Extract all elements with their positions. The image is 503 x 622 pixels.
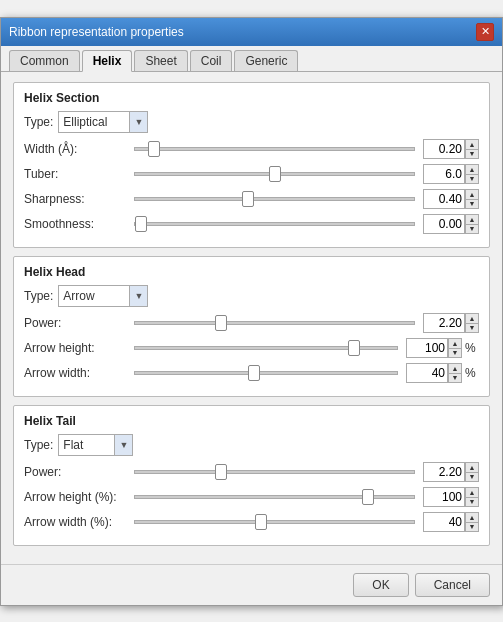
sharpness-row: Sharpness: ▲ ▼ (24, 189, 479, 209)
helix-head-type-row: Type: Arrow ▼ (24, 285, 479, 307)
sharpness-spinners: ▲ ▼ (465, 189, 479, 209)
head-arrow-width-spin-up[interactable]: ▲ (448, 363, 462, 373)
head-arrow-width-value-box (406, 363, 448, 383)
tuber-value-box (423, 164, 465, 184)
tail-power-spin-down[interactable]: ▼ (465, 472, 479, 482)
tail-power-slider-container (134, 462, 415, 482)
head-arrow-height-row: Arrow height: ▲ ▼ % (24, 338, 479, 358)
head-power-label: Power: (24, 316, 134, 330)
tail-arrow-height-spin-down[interactable]: ▼ (465, 497, 479, 507)
sharpness-spin-up[interactable]: ▲ (465, 189, 479, 199)
head-power-spin-up[interactable]: ▲ (465, 313, 479, 323)
tail-arrow-width-value-input[interactable] (432, 515, 462, 529)
width-row: Width (Å): ▲ ▼ (24, 139, 479, 159)
smoothness-spin-down[interactable]: ▼ (465, 224, 479, 234)
smoothness-value-wrapper: ▲ ▼ (419, 214, 479, 234)
head-power-value-box (423, 313, 465, 333)
width-value-box (423, 139, 465, 159)
head-arrow-height-spin-up[interactable]: ▲ (448, 338, 462, 348)
smoothness-value-box (423, 214, 465, 234)
helix-section-type-label: Type: (24, 115, 53, 129)
tail-power-value-box (423, 462, 465, 482)
helix-head-type-dropdown[interactable]: Arrow ▼ (58, 285, 148, 307)
helix-section-type-dropdown[interactable]: Elliptical ▼ (58, 111, 148, 133)
head-arrow-height-value-input[interactable] (415, 341, 445, 355)
helix-head-type-value: Arrow (63, 289, 129, 303)
tail-power-slider[interactable] (134, 470, 415, 474)
helix-section-title: Helix Section (24, 91, 479, 105)
sharpness-spin-down[interactable]: ▼ (465, 199, 479, 209)
sharpness-slider-container (134, 189, 415, 209)
width-value-wrapper: ▲ ▼ (419, 139, 479, 159)
tab-helix[interactable]: Helix (82, 50, 133, 72)
helix-head-title: Helix Head (24, 265, 479, 279)
helix-tail-type-arrow-icon: ▼ (114, 435, 132, 455)
head-arrow-width-slider[interactable] (134, 371, 398, 375)
smoothness-slider[interactable] (134, 222, 415, 226)
tail-power-label: Power: (24, 465, 134, 479)
dialog: Ribbon representation properties ✕ Commo… (0, 17, 503, 606)
helix-section-type-row: Type: Elliptical ▼ (24, 111, 479, 133)
cancel-button[interactable]: Cancel (415, 573, 490, 597)
tuber-value-input[interactable] (432, 167, 462, 181)
head-arrow-width-label: Arrow width: (24, 366, 134, 380)
tuber-label: Tuber: (24, 167, 134, 181)
tab-sheet[interactable]: Sheet (134, 50, 187, 71)
head-arrow-height-value-box (406, 338, 448, 358)
width-spinners: ▲ ▼ (465, 139, 479, 159)
close-button[interactable]: ✕ (476, 23, 494, 41)
head-power-slider[interactable] (134, 321, 415, 325)
tail-power-value-input[interactable] (432, 465, 462, 479)
head-power-spinners: ▲ ▼ (465, 313, 479, 333)
head-arrow-width-value-input[interactable] (415, 366, 445, 380)
smoothness-slider-container (134, 214, 415, 234)
tuber-slider[interactable] (134, 172, 415, 176)
helix-section-type-value: Elliptical (63, 115, 129, 129)
tail-arrow-width-slider[interactable] (134, 520, 415, 524)
title-bar: Ribbon representation properties ✕ (1, 18, 502, 46)
helix-tail-type-dropdown[interactable]: Flat ▼ (58, 434, 133, 456)
width-slider[interactable] (134, 147, 415, 151)
tail-arrow-width-spin-up[interactable]: ▲ (465, 512, 479, 522)
head-arrow-height-label: Arrow height: (24, 341, 134, 355)
head-arrow-width-slider-container (134, 363, 398, 383)
width-value-input[interactable] (432, 142, 462, 156)
tuber-spin-down[interactable]: ▼ (465, 174, 479, 184)
head-arrow-height-spinners: ▲ ▼ (448, 338, 462, 358)
head-arrow-height-spin-down[interactable]: ▼ (448, 348, 462, 358)
tail-power-spinners: ▲ ▼ (465, 462, 479, 482)
dialog-title: Ribbon representation properties (9, 25, 184, 39)
tail-arrow-height-value-input[interactable] (432, 490, 462, 504)
head-arrow-height-slider[interactable] (134, 346, 398, 350)
tail-arrow-height-slider[interactable] (134, 495, 415, 499)
tail-arrow-width-spinners: ▲ ▼ (465, 512, 479, 532)
tail-arrow-width-spin-down[interactable]: ▼ (465, 522, 479, 532)
smoothness-label: Smoothness: (24, 217, 134, 231)
helix-head-type-label: Type: (24, 289, 53, 303)
tuber-spinners: ▲ ▼ (465, 164, 479, 184)
tuber-spin-up[interactable]: ▲ (465, 164, 479, 174)
head-power-value-input[interactable] (432, 316, 462, 330)
smoothness-spin-up[interactable]: ▲ (465, 214, 479, 224)
helix-head-type-arrow-icon: ▼ (129, 286, 147, 306)
tab-coil[interactable]: Coil (190, 50, 233, 71)
head-arrow-width-spin-down[interactable]: ▼ (448, 373, 462, 383)
tab-generic[interactable]: Generic (234, 50, 298, 71)
tab-common[interactable]: Common (9, 50, 80, 71)
tail-power-spin-up[interactable]: ▲ (465, 462, 479, 472)
sharpness-label: Sharpness: (24, 192, 134, 206)
head-power-spin-down[interactable]: ▼ (465, 323, 479, 333)
smoothness-spinners: ▲ ▼ (465, 214, 479, 234)
width-spin-down[interactable]: ▼ (465, 149, 479, 159)
tail-arrow-width-row: Arrow width (%): ▲ ▼ (24, 512, 479, 532)
tail-arrow-height-spin-up[interactable]: ▲ (465, 487, 479, 497)
helix-tail-type-row: Type: Flat ▼ (24, 434, 479, 456)
content-area: Helix Section Type: Elliptical ▼ Width (… (1, 72, 502, 564)
head-power-row: Power: ▲ ▼ (24, 313, 479, 333)
sharpness-value-input[interactable] (432, 192, 462, 206)
sharpness-slider[interactable] (134, 197, 415, 201)
smoothness-value-input[interactable] (432, 217, 462, 231)
width-spin-up[interactable]: ▲ (465, 139, 479, 149)
head-power-value-wrapper: ▲ ▼ (419, 313, 479, 333)
ok-button[interactable]: OK (353, 573, 408, 597)
